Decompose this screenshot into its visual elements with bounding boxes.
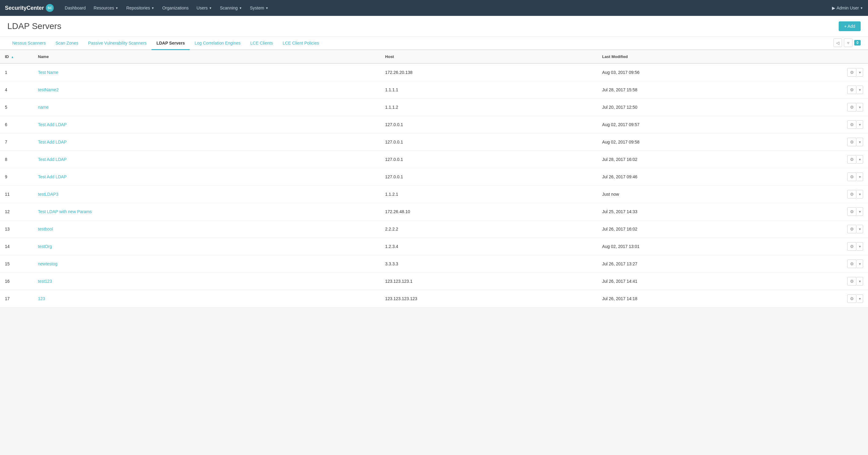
- gear-button[interactable]: ⚙: [847, 190, 857, 198]
- row-action-group: ⚙▼: [819, 294, 863, 303]
- filter-funnel-button[interactable]: ▿: [844, 38, 852, 47]
- cell-name[interactable]: testName2: [33, 81, 380, 99]
- nav-item-users[interactable]: Users▼: [193, 4, 216, 12]
- gear-button[interactable]: ⚙: [847, 86, 857, 94]
- gear-icon: ⚙: [850, 70, 854, 75]
- col-header-id[interactable]: ID ▲: [0, 50, 33, 64]
- gear-icon: ⚙: [850, 227, 854, 231]
- cell-actions: ⚙▼: [814, 81, 868, 99]
- gear-icon: ⚙: [850, 261, 854, 266]
- cell-name[interactable]: Test Add LDAP: [33, 168, 380, 186]
- action-dropdown-button[interactable]: ▼: [857, 155, 863, 164]
- nav-item-system[interactable]: System▼: [246, 4, 272, 12]
- nav-caret-icon: ▼: [115, 6, 118, 10]
- cell-host: 1.1.1.1: [380, 81, 597, 99]
- nav-caret-icon: ▼: [209, 6, 212, 10]
- tab-log-correlation-engines[interactable]: Log Correlation Engines: [190, 37, 245, 50]
- tab-nessus-scanners[interactable]: Nessus Scanners: [7, 37, 51, 50]
- gear-button[interactable]: ⚙: [847, 242, 857, 251]
- action-dropdown-button[interactable]: ▼: [857, 190, 863, 198]
- nav-item-organizations[interactable]: Organizations: [158, 4, 192, 12]
- gear-icon: ⚙: [850, 209, 854, 214]
- action-dropdown-button[interactable]: ▼: [857, 260, 863, 268]
- tab-scan-zones[interactable]: Scan Zones: [51, 37, 83, 50]
- cell-host: 1.1.1.2: [380, 99, 597, 116]
- col-header-name[interactable]: Name: [33, 50, 380, 64]
- gear-button[interactable]: ⚙: [847, 225, 857, 233]
- cell-name[interactable]: Test Name: [33, 64, 380, 81]
- action-dropdown-button[interactable]: ▼: [857, 120, 863, 129]
- gear-button[interactable]: ⚙: [847, 207, 857, 216]
- chevron-down-icon: ▼: [859, 123, 862, 126]
- chevron-down-icon: ▼: [859, 297, 862, 300]
- gear-icon: ⚙: [850, 122, 854, 127]
- cell-name[interactable]: name: [33, 99, 380, 116]
- row-action-group: ⚙▼: [819, 260, 863, 268]
- cell-name[interactable]: newtestog: [33, 255, 380, 273]
- table-row: 12Test LDAP with new Params172.26.48.10J…: [0, 203, 868, 221]
- gear-button[interactable]: ⚙: [847, 103, 857, 111]
- cell-name[interactable]: testbool: [33, 221, 380, 238]
- cell-host: 1.2.3.4: [380, 238, 597, 255]
- main-nav: DashboardResources▼Repositories▼Organiza…: [61, 4, 832, 12]
- col-header-host[interactable]: Host: [380, 50, 597, 64]
- gear-button[interactable]: ⚙: [847, 138, 857, 146]
- table-row: 9Test Add LDAP127.0.0.1Jul 26, 2017 09:4…: [0, 168, 868, 186]
- user-menu[interactable]: ▶ Admin User ▼: [832, 5, 863, 10]
- action-dropdown-button[interactable]: ▼: [857, 207, 863, 216]
- nav-item-repositories[interactable]: Repositories▼: [122, 4, 158, 12]
- nav-item-scanning[interactable]: Scanning▼: [216, 4, 246, 12]
- tab-lce-clients[interactable]: LCE Clients: [245, 37, 278, 50]
- gear-button[interactable]: ⚙: [847, 277, 857, 286]
- cell-name[interactable]: Test Add LDAP: [33, 133, 380, 151]
- cell-id: 4: [0, 81, 33, 99]
- cell-name[interactable]: Test LDAP with new Params: [33, 203, 380, 221]
- cell-name[interactable]: 123: [33, 290, 380, 307]
- cell-name[interactable]: Test Add LDAP: [33, 116, 380, 133]
- action-dropdown-button[interactable]: ▼: [857, 68, 863, 77]
- nav-item-resources[interactable]: Resources▼: [90, 4, 122, 12]
- user-name: Admin User: [837, 5, 859, 10]
- action-dropdown-button[interactable]: ▼: [857, 86, 863, 94]
- page-title: LDAP Servers: [7, 21, 61, 31]
- cell-name[interactable]: testOrg: [33, 238, 380, 255]
- cell-host: 127.0.0.1: [380, 116, 597, 133]
- brand-badge: SC: [46, 4, 54, 12]
- tab-ldap-servers[interactable]: LDAP Servers: [152, 37, 190, 50]
- gear-icon: ⚙: [850, 244, 854, 249]
- cell-last-modified: Jul 26, 2017 13:27: [597, 255, 814, 273]
- cell-id: 6: [0, 116, 33, 133]
- row-action-group: ⚙▼: [819, 207, 863, 216]
- gear-button[interactable]: ⚙: [847, 172, 857, 181]
- cell-name[interactable]: testLDAP3: [33, 186, 380, 203]
- gear-button[interactable]: ⚙: [847, 260, 857, 268]
- brand-logo[interactable]: SecurityCenter SC: [5, 4, 54, 12]
- nav-item-dashboard[interactable]: Dashboard: [61, 4, 90, 12]
- cell-name[interactable]: Test Add LDAP: [33, 151, 380, 168]
- action-dropdown-button[interactable]: ▼: [857, 277, 863, 286]
- add-button[interactable]: + Add: [839, 21, 861, 31]
- gear-button[interactable]: ⚙: [847, 68, 857, 77]
- gear-button[interactable]: ⚙: [847, 155, 857, 164]
- action-dropdown-button[interactable]: ▼: [857, 172, 863, 181]
- tab-passive-vulnerability-scanners[interactable]: Passive Vulnerability Scanners: [83, 37, 152, 50]
- cell-actions: ⚙▼: [814, 99, 868, 116]
- action-dropdown-button[interactable]: ▼: [857, 225, 863, 233]
- cell-actions: ⚙▼: [814, 133, 868, 151]
- gear-button[interactable]: ⚙: [847, 120, 857, 129]
- action-dropdown-button[interactable]: ▼: [857, 103, 863, 111]
- sort-asc-icon: ▲: [11, 55, 14, 59]
- action-dropdown-button[interactable]: ▼: [857, 242, 863, 251]
- action-dropdown-button[interactable]: ▼: [857, 138, 863, 146]
- tab-lce-client-policies[interactable]: LCE Client Policies: [278, 37, 324, 50]
- cell-name[interactable]: test123: [33, 273, 380, 290]
- filter-icon-button[interactable]: ◁: [834, 38, 842, 47]
- action-dropdown-button[interactable]: ▼: [857, 294, 863, 303]
- cell-last-modified: Aug 03, 2017 09:56: [597, 64, 814, 81]
- gear-button[interactable]: ⚙: [847, 294, 857, 303]
- gear-icon: ⚙: [850, 279, 854, 284]
- cell-host: 3.3.3.3: [380, 255, 597, 273]
- chevron-down-icon: ▼: [859, 88, 862, 92]
- row-action-group: ⚙▼: [819, 68, 863, 77]
- col-header-last-modified[interactable]: Last Modified: [597, 50, 814, 64]
